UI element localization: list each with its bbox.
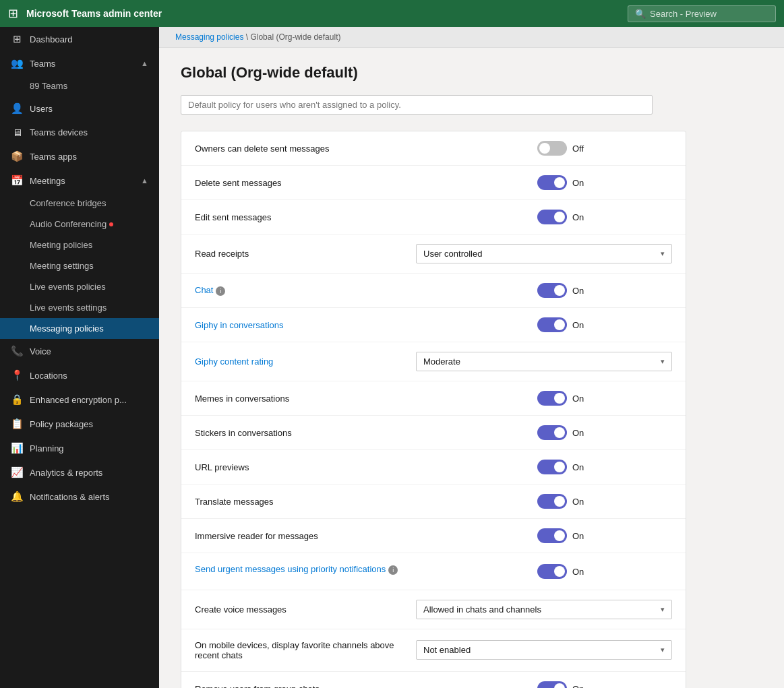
- sidebar-item-teams[interactable]: 👥 Teams ▲: [0, 51, 159, 75]
- control-immersive-reader: On: [537, 528, 672, 543]
- sidebar-sub-live-events-settings[interactable]: Live events settings: [0, 297, 159, 318]
- sidebar-item-voice[interactable]: 📞 Voice: [0, 339, 159, 363]
- toggle-translate-messages[interactable]: [537, 494, 567, 509]
- setting-label-voice-messages: Create voice messages: [195, 604, 416, 615]
- toggle-giphy-conversations[interactable]: [537, 317, 567, 332]
- main-content: Messaging policies \ Global (Org-wide de…: [159, 27, 784, 688]
- search-input[interactable]: [650, 9, 768, 19]
- nav-icon-notifications-alerts: 🔔: [11, 491, 23, 503]
- toggle-wrap-urgent-messages: On: [537, 564, 584, 579]
- sidebar-item-dashboard[interactable]: ⊞ Dashboard: [0, 27, 159, 51]
- setting-row-chat: Chati On: [181, 274, 686, 308]
- app-title: Microsoft Teams admin center: [26, 8, 620, 19]
- setting-row-owners-delete: Owners can delete sent messages Off: [181, 131, 686, 166]
- setting-row-giphy-content-rating: Giphy content rating Moderate ▾: [181, 342, 686, 381]
- breadcrumb-parent[interactable]: Messaging policies: [175, 32, 243, 42]
- sidebar-item-teams-devices[interactable]: 🖥 Teams devices: [0, 121, 159, 144]
- info-icon-chat[interactable]: i: [216, 286, 225, 296]
- nav-icon-meetings: 📅: [11, 175, 23, 187]
- toggle-label-giphy-conversations: On: [572, 320, 584, 330]
- sidebar-item-notifications-alerts[interactable]: 🔔 Notifications & alerts: [0, 484, 159, 509]
- control-voice-messages: Allowed in chats and channels ▾: [416, 600, 672, 619]
- nav-icon-locations: 📍: [11, 369, 23, 381]
- dropdown-chevron-voice-messages: ▾: [661, 605, 665, 614]
- setting-label-stickers-conversations: Stickers in conversations: [195, 428, 537, 438]
- setting-label-chat: Chati: [195, 285, 537, 296]
- sidebar-sub-teams-89[interactable]: 89 Teams: [0, 75, 159, 96]
- toggle-label-remove-group-chat: On: [572, 684, 584, 689]
- control-owners-delete: Off: [537, 141, 672, 156]
- nav-label-voice: Voice: [30, 346, 148, 356]
- nav-icon-planning: 📊: [11, 442, 23, 454]
- sub-label-audio-conferencing: Audio Conferencing: [30, 219, 107, 229]
- layout: ⊞ Dashboard 👥 Teams ▲ 89 Teams 👤 Users 🖥…: [0, 27, 784, 688]
- nav-label-dashboard: Dashboard: [30, 34, 148, 44]
- dropdown-voice-messages[interactable]: Allowed in chats and channels ▾: [416, 600, 672, 619]
- sidebar-item-users[interactable]: 👤 Users: [0, 96, 159, 121]
- sidebar-item-meetings[interactable]: 📅 Meetings ▲: [0, 168, 159, 193]
- sidebar-item-policy-packages[interactable]: 📋 Policy packages: [0, 412, 159, 436]
- setting-row-edit-sent: Edit sent messages On: [181, 200, 686, 234]
- nav-label-teams: Teams: [30, 59, 134, 69]
- toggle-wrap-translate-messages: On: [537, 494, 584, 509]
- toggle-url-previews[interactable]: [537, 460, 567, 474]
- toggle-owners-delete[interactable]: [537, 141, 567, 156]
- nav-label-teams-devices: Teams devices: [30, 127, 148, 137]
- topbar: ⊞ Microsoft Teams admin center 🔍: [0, 0, 784, 27]
- chevron-teams: ▲: [141, 59, 148, 67]
- toggle-wrap-edit-sent: On: [537, 210, 584, 224]
- breadcrumb: Messaging policies \ Global (Org-wide de…: [159, 27, 784, 48]
- control-url-previews: On: [537, 460, 672, 474]
- sub-label-live-events-settings: Live events settings: [30, 303, 107, 313]
- sidebar-item-enhanced-encryption[interactable]: 🔒 Enhanced encryption p...: [0, 387, 159, 412]
- dropdown-giphy-content-rating[interactable]: Moderate ▾: [416, 352, 672, 371]
- toggle-memes-conversations[interactable]: [537, 391, 567, 406]
- toggle-remove-group-chat[interactable]: [537, 681, 567, 688]
- dropdown-mobile-favorite[interactable]: Not enabled ▾: [416, 640, 672, 660]
- sub-label-meeting-settings: Meeting settings: [30, 261, 94, 271]
- control-edit-sent: On: [537, 210, 672, 224]
- info-icon-urgent-messages[interactable]: i: [388, 565, 398, 575]
- content-area: Global (Org-wide default) Owners can del…: [159, 48, 784, 688]
- control-urgent-messages: On: [537, 564, 672, 579]
- sidebar-item-teams-apps[interactable]: 📦 Teams apps: [0, 144, 159, 168]
- control-translate-messages: On: [537, 494, 672, 509]
- toggle-edit-sent[interactable]: [537, 210, 567, 224]
- toggle-delete-sent[interactable]: [537, 175, 567, 190]
- sidebar-sub-audio-conferencing[interactable]: Audio Conferencing: [0, 214, 159, 234]
- setting-row-memes-conversations: Memes in conversations On: [181, 381, 686, 416]
- sidebar-item-analytics-reports[interactable]: 📈 Analytics & reports: [0, 460, 159, 484]
- setting-row-urgent-messages: Send urgent messages using priority noti…: [181, 553, 686, 590]
- nav-label-enhanced-encryption: Enhanced encryption p...: [30, 395, 148, 405]
- setting-label-read-receipts: Read receipts: [195, 249, 416, 259]
- toggle-urgent-messages[interactable]: [537, 564, 567, 579]
- toggle-immersive-reader[interactable]: [537, 528, 567, 543]
- sidebar-item-planning[interactable]: 📊 Planning: [0, 436, 159, 460]
- sidebar-sub-meeting-policies[interactable]: Meeting policies: [0, 234, 159, 255]
- toggle-stickers-conversations[interactable]: [537, 425, 567, 440]
- settings-card: Owners can delete sent messages Off Dele…: [181, 131, 686, 688]
- toggle-wrap-chat: On: [537, 283, 584, 298]
- nav-icon-dashboard: ⊞: [11, 33, 23, 45]
- toggle-wrap-giphy-conversations: On: [537, 317, 584, 332]
- sidebar-sub-messaging-policies[interactable]: Messaging policies: [0, 318, 159, 339]
- sidebar-sub-live-events-policies[interactable]: Live events policies: [0, 276, 159, 297]
- search-box[interactable]: 🔍: [628, 5, 776, 22]
- setting-label-remove-group-chat: Remove users from group chats: [195, 684, 537, 689]
- sidebar-item-locations[interactable]: 📍 Locations: [0, 363, 159, 387]
- dropdown-read-receipts[interactable]: User controlled ▾: [416, 244, 672, 263]
- control-remove-group-chat: On: [537, 681, 672, 688]
- grid-icon[interactable]: ⊞: [8, 6, 18, 21]
- sidebar-sub-conference-bridges[interactable]: Conference bridges: [0, 193, 159, 214]
- nav-icon-voice: 📞: [11, 345, 23, 357]
- toggle-label-translate-messages: On: [572, 497, 584, 507]
- toggle-label-chat: On: [572, 286, 584, 296]
- sidebar-sub-meeting-settings[interactable]: Meeting settings: [0, 255, 159, 276]
- setting-row-stickers-conversations: Stickers in conversations On: [181, 416, 686, 450]
- description-input[interactable]: [181, 95, 653, 115]
- setting-row-giphy-conversations: Giphy in conversations On: [181, 308, 686, 342]
- toggle-chat[interactable]: [537, 283, 567, 298]
- setting-row-translate-messages: Translate messages On: [181, 484, 686, 519]
- nav-label-teams-apps: Teams apps: [30, 152, 148, 162]
- toggle-wrap-url-previews: On: [537, 460, 584, 474]
